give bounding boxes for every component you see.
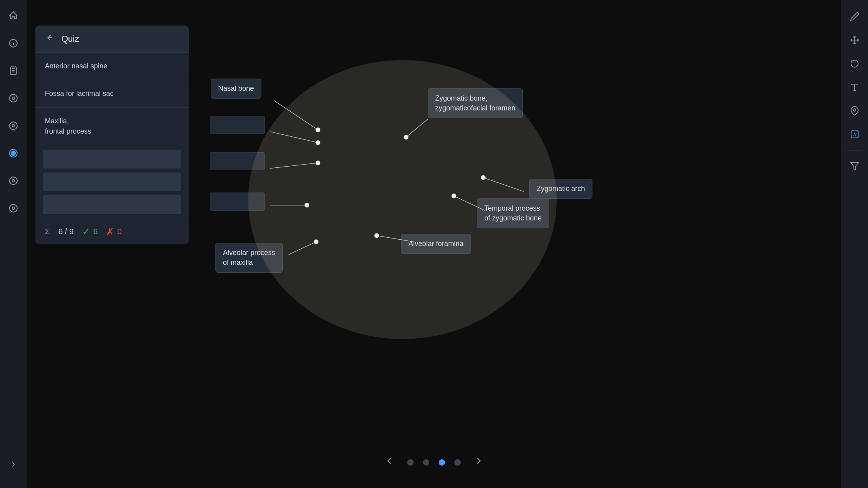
pencil-icon[interactable] bbox=[846, 8, 863, 25]
quiz-footer: Σ 6 / 9 ✓ 6 ✗ 0 bbox=[35, 219, 189, 244]
quiz-panel: Quiz Anterior nasal spine Fossa for lacr… bbox=[35, 26, 189, 244]
quiz-title: Quiz bbox=[61, 34, 79, 44]
quiz-item-3[interactable]: Maxilla, frontal process bbox=[35, 108, 189, 145]
svg-point-10 bbox=[12, 125, 15, 127]
svg-point-33 bbox=[404, 135, 408, 139]
circle3-icon[interactable] bbox=[6, 145, 21, 161]
circle1-icon[interactable] bbox=[6, 90, 21, 106]
text-style-icon[interactable] bbox=[846, 79, 863, 96]
label-zygomatic-bone-text: Zygomatic bone,zygomaticofacial foramen bbox=[435, 94, 515, 112]
svg-point-40 bbox=[314, 240, 318, 244]
svg-line-23 bbox=[274, 101, 318, 130]
sidebar-expand-button[interactable] bbox=[6, 457, 21, 472]
circle5-icon[interactable] bbox=[6, 200, 21, 216]
filter-icon[interactable] bbox=[846, 158, 863, 175]
quiz-item-2[interactable]: Fossa for lacrimal sac bbox=[35, 80, 189, 108]
quiz-hidden-item-2[interactable] bbox=[43, 172, 181, 191]
home-icon[interactable] bbox=[6, 8, 21, 24]
nav-dot-2[interactable] bbox=[423, 459, 429, 466]
left-sidebar bbox=[0, 0, 27, 488]
label-zygomatic-arch[interactable]: Zygomatic arch bbox=[529, 179, 592, 199]
incorrect-number: 0 bbox=[117, 227, 121, 236]
location-icon[interactable] bbox=[846, 102, 863, 119]
move-icon[interactable] bbox=[846, 31, 863, 49]
svg-line-28 bbox=[483, 178, 524, 192]
svg-point-36 bbox=[305, 203, 309, 207]
svg-point-38 bbox=[452, 194, 456, 198]
label-alveolar-foramina[interactable]: Alveolar foramina bbox=[401, 234, 471, 254]
label-hidden-1[interactable] bbox=[210, 116, 265, 134]
svg-line-24 bbox=[406, 119, 428, 137]
correct-number: 6 bbox=[93, 227, 97, 236]
label-zygomatic-bone[interactable]: Zygomatic bone,zygomaticofacial foramen bbox=[428, 88, 523, 118]
label-alveolar-process-text: Alveolar processof maxilla bbox=[223, 249, 275, 266]
svg-point-9 bbox=[9, 122, 17, 130]
label-zygomatic-arch-text: Zygomatic arch bbox=[537, 185, 585, 193]
label-nasal-bone-text: Nasal bone bbox=[218, 84, 254, 92]
svg-point-13 bbox=[9, 177, 17, 185]
circle4-icon[interactable] bbox=[6, 173, 21, 189]
label-nasal-bone[interactable]: Nasal bone bbox=[211, 79, 261, 99]
svg-point-18 bbox=[853, 109, 856, 111]
toolbar-divider bbox=[847, 150, 862, 150]
svg-point-8 bbox=[12, 97, 15, 100]
quiz-hidden-item-1[interactable] bbox=[43, 150, 181, 169]
svg-point-35 bbox=[316, 161, 320, 165]
label-temporal-process[interactable]: Temporal processof zygomatic bone bbox=[477, 198, 549, 228]
quiz-back-button[interactable] bbox=[44, 33, 54, 45]
nav-dot-4[interactable] bbox=[454, 459, 461, 466]
label-alveolar-foramina-text: Alveolar foramina bbox=[408, 240, 463, 248]
svg-line-26 bbox=[270, 163, 318, 169]
svg-point-32 bbox=[316, 128, 320, 132]
nav-next-button[interactable] bbox=[470, 452, 487, 472]
label-hidden-2[interactable] bbox=[210, 152, 265, 170]
svg-text:A: A bbox=[853, 132, 856, 137]
svg-point-39 bbox=[375, 233, 379, 238]
svg-point-34 bbox=[316, 141, 320, 145]
quiz-items-list: Anterior nasal spine Fossa for lacrimal … bbox=[35, 53, 189, 145]
label-hidden-3[interactable] bbox=[210, 193, 265, 211]
info-icon[interactable] bbox=[6, 35, 21, 51]
navigation-bar bbox=[381, 452, 487, 472]
svg-rect-3 bbox=[10, 67, 16, 75]
quiz-header: Quiz bbox=[35, 26, 189, 53]
nav-dot-1[interactable] bbox=[407, 459, 414, 466]
svg-point-16 bbox=[12, 207, 15, 210]
rotate-icon[interactable] bbox=[846, 55, 863, 72]
label-alveolar-process[interactable]: Alveolar processof maxilla bbox=[215, 243, 283, 273]
svg-point-15 bbox=[9, 204, 17, 212]
circle2-icon[interactable] bbox=[6, 118, 21, 134]
check-icon: ✓ bbox=[82, 226, 90, 237]
nav-prev-button[interactable] bbox=[381, 452, 398, 472]
label-temporal-process-text: Temporal processof zygomatic bone bbox=[484, 204, 542, 222]
quiz-correct-count: ✓ 6 bbox=[82, 226, 97, 237]
svg-point-37 bbox=[481, 175, 485, 180]
svg-marker-21 bbox=[851, 163, 859, 170]
svg-point-7 bbox=[9, 94, 17, 102]
svg-point-14 bbox=[12, 180, 15, 182]
quiz-incorrect-count: ✗ 0 bbox=[106, 226, 121, 237]
svg-point-12 bbox=[11, 151, 16, 156]
quiz-item-1[interactable]: Anterior nasal spine bbox=[35, 53, 189, 80]
right-toolbar: A bbox=[841, 0, 868, 488]
label-tag-icon[interactable]: A bbox=[846, 126, 863, 143]
svg-line-31 bbox=[289, 242, 316, 255]
x-icon: ✗ bbox=[106, 226, 114, 237]
quiz-score: 6 / 9 bbox=[58, 227, 74, 236]
svg-line-25 bbox=[270, 132, 318, 143]
nav-dot-3[interactable] bbox=[439, 459, 445, 466]
quiz-sigma-icon: Σ bbox=[45, 227, 50, 236]
clipboard-icon[interactable] bbox=[6, 63, 21, 79]
quiz-hidden-item-3[interactable] bbox=[43, 195, 181, 214]
